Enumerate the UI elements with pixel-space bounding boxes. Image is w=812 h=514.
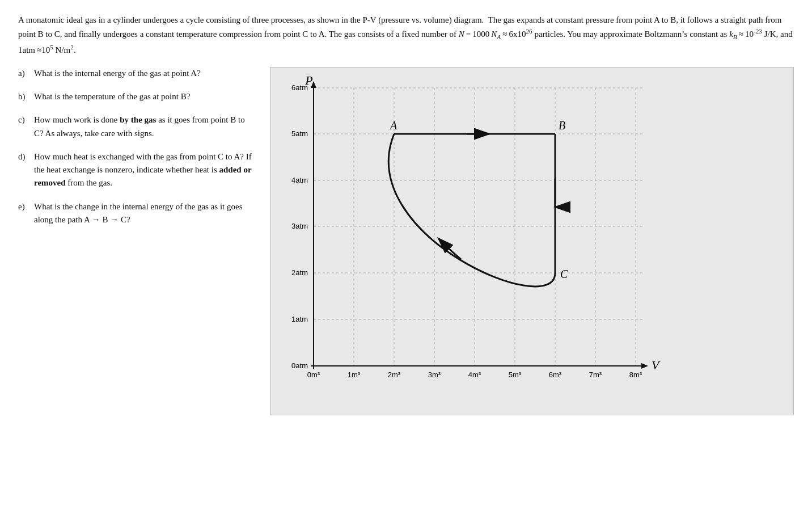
y-tick-1: 1atm	[291, 315, 308, 323]
x-tick-1: 1m³	[348, 370, 361, 379]
y-tick-3: 3atm	[291, 222, 308, 230]
question-a-text: What is the internal energy of the gas a…	[34, 67, 256, 80]
question-c-label: c)	[18, 113, 34, 140]
question-e: e) What is the change in the internal en…	[18, 200, 256, 227]
x-tick-2: 2m³	[388, 370, 401, 379]
question-e-label: e)	[18, 200, 34, 227]
question-b-text: What is the temperature of the gas at po…	[34, 90, 256, 103]
question-d-text: How much heat is exchanged with the gas …	[34, 150, 256, 190]
main-content: a) What is the internal energy of the ga…	[18, 67, 794, 415]
question-e-text: What is the change in the internal energ…	[34, 200, 256, 227]
question-b-label: b)	[18, 90, 34, 103]
x-tick-3: 3m³	[428, 370, 441, 379]
point-b-label: B	[559, 119, 565, 132]
x-tick-5: 5m³	[509, 370, 522, 379]
y-tick-2: 2atm	[291, 268, 308, 277]
question-a-label: a)	[18, 67, 34, 80]
y-tick-5: 5atm	[291, 129, 308, 138]
y-tick-6: 6atm	[291, 83, 308, 92]
question-c: c) How much work is done by the gas as i…	[18, 113, 256, 140]
svg-marker-18	[641, 363, 648, 369]
x-tick-7: 7m³	[589, 370, 602, 379]
question-d-label: d)	[18, 150, 34, 190]
question-d: d) How much heat is exchanged with the g…	[18, 150, 256, 190]
x-tick-6: 6m³	[549, 370, 562, 379]
question-c-text: How much work is done by the gas as it g…	[34, 113, 256, 140]
y-tick-0: 0atm	[291, 361, 308, 370]
x-tick-8: 8m³	[629, 370, 642, 379]
x-axis-label: V	[652, 358, 661, 372]
x-tick-0: 0m³	[307, 370, 320, 379]
svg-rect-0	[314, 88, 642, 366]
questions-panel: a) What is the internal energy of the ga…	[18, 67, 256, 237]
pv-diagram: P V 0atm 1atm 2atm 3atm 4atm 5atm 6atm 0…	[280, 77, 665, 406]
point-a-label: A	[389, 119, 397, 132]
problem-statement: A monatomic ideal gas in a cylinder unde…	[18, 14, 794, 57]
y-tick-4: 4atm	[291, 176, 308, 184]
x-tick-4: 4m³	[468, 370, 481, 379]
question-a: a) What is the internal energy of the ga…	[18, 67, 256, 80]
pv-diagram-container: P V 0atm 1atm 2atm 3atm 4atm 5atm 6atm 0…	[270, 67, 794, 415]
point-c-label: C	[560, 268, 568, 280]
question-b: b) What is the temperature of the gas at…	[18, 90, 256, 103]
